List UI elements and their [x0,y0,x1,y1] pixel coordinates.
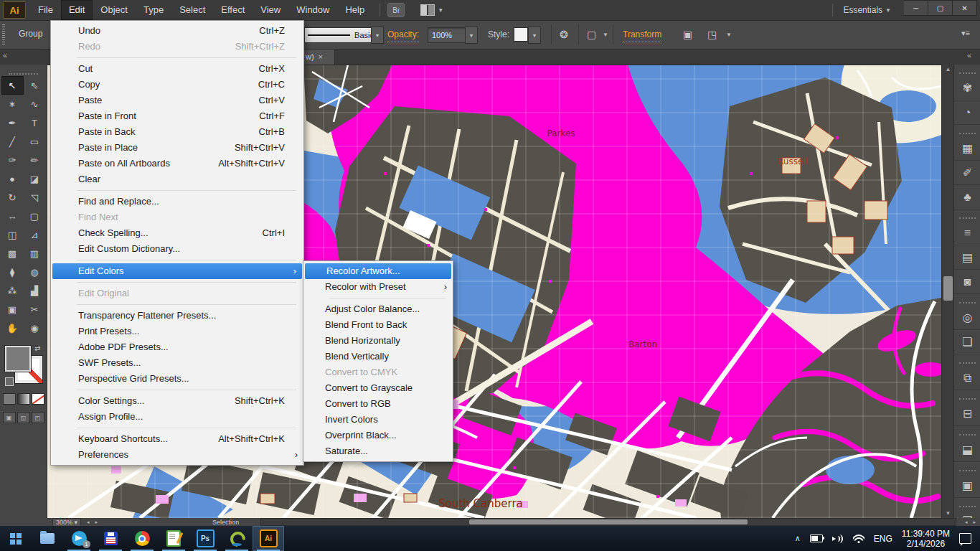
menu-item-perspective-grid-presets[interactable]: Perspective Grid Presets... [51,371,303,387]
style-dropdown[interactable]: ▼ [528,27,541,44]
swirl-app[interactable] [221,526,253,551]
submenu-item-invert-colors[interactable]: Invert Colors [303,412,453,428]
lasso-tool[interactable]: ∿ [24,95,46,113]
menu-item-keyboard-shortcuts[interactable]: Keyboard Shortcuts...Alt+Shift+Ctrl+K [51,431,303,447]
tab-close-icon[interactable]: × [319,52,323,61]
artboard-tool[interactable]: ▣ [1,300,24,319]
photoshop[interactable]: Ps [189,526,221,551]
stroke-panel-icon[interactable]: ≡ [954,221,980,245]
column-graph-tool[interactable]: ▟ [24,281,46,300]
pathfinder-panel-icon[interactable]: ⬓ [954,438,980,462]
chevron-down-icon[interactable]: ▼ [603,27,608,42]
blob-brush-tool[interactable]: ● [1,169,24,188]
select-similar-icon[interactable]: ▢ [587,27,596,42]
draw-inside-button[interactable]: ◰ [32,412,44,423]
hand-tool[interactable]: ✋ [1,319,24,337]
stroke-profile-field[interactable]: Basic [304,27,377,43]
opacity-dropdown[interactable]: ▼ [465,27,478,44]
eraser-tool[interactable]: ◪ [24,169,46,188]
control-panel-menu-icon[interactable]: ▾≡ [961,29,970,38]
dock-group-grip[interactable] [959,464,976,471]
collapse-dock-icon[interactable]: « [967,51,971,60]
dock-group-grip[interactable] [959,357,976,364]
battery-icon[interactable] [810,534,823,542]
menu-item-swf-presets[interactable]: SWF Presets... [51,355,303,371]
illustrator[interactable]: Ai [253,526,284,551]
horizontal-scroll-thumb[interactable] [469,519,747,524]
transform-link[interactable]: Transform [623,27,661,42]
recolor-artwork-icon[interactable]: ❂ [560,27,568,42]
menu-item-cut[interactable]: CutCtrl+X [51,61,303,77]
menu-item-edit-custom-dictionary[interactable]: Edit Custom Dictionary... [51,241,303,257]
line-segment-tool[interactable]: ╱ [1,132,24,151]
chevron-down-icon[interactable]: ▼ [726,27,732,42]
draw-behind-button[interactable]: ◱ [17,412,30,423]
menu-item-paste-in-front[interactable]: Paste in FrontCtrl+F [51,108,303,124]
volume-icon[interactable] [832,534,844,543]
stroke-profile-dropdown[interactable]: ▼ [371,27,384,44]
dock-group-grip[interactable] [959,67,976,74]
rotate-tool[interactable]: ↻ [1,188,24,207]
menu-item-paste-on-all-artboards[interactable]: Paste on All ArtboardsAlt+Shift+Ctrl+V [51,156,303,171]
menu-item-transparency-flattener-presets[interactable]: Transparency Flattener Presets... [51,308,303,324]
artboard-next-icon[interactable]: ▸ [95,519,98,525]
align-panel-icon[interactable]: ⊟ [954,402,980,426]
color-guide-panel-icon[interactable]: ◔ [954,100,980,125]
transparency-panel-icon[interactable]: ◙ [954,270,980,294]
graphic-styles-panel-icon[interactable]: ❏ [954,330,980,354]
symbol-sprayer-tool[interactable]: ⁂ [1,281,24,300]
selection-tool[interactable]: ↖ [1,76,24,95]
floppy-tool[interactable] [95,526,126,551]
menu-item-adobe-pdf-presets[interactable]: Adobe PDF Presets... [51,339,303,355]
free-transform-tool[interactable]: ▢ [24,207,46,225]
pencil-tool[interactable]: ✏ [24,151,46,169]
submenu-item-adjust-color-balance[interactable]: Adjust Color Balance... [303,301,453,317]
scroll-down-icon[interactable]: ▼ [942,510,954,517]
color-panel-icon[interactable]: ✾ [954,76,980,100]
start-button[interactable] [0,526,32,551]
gradient-tool[interactable]: ▥ [24,244,46,263]
type-tool[interactable]: T [24,113,46,132]
menu-type[interactable]: Type [136,0,171,20]
menu-item-check-spelling[interactable]: Check Spelling...Ctrl+I [51,225,303,241]
paintbrush-tool[interactable]: ✑ [1,151,24,169]
dock-group-grip[interactable] [959,212,976,219]
default-fill-stroke-icon[interactable] [5,377,14,386]
menu-item-paste[interactable]: PasteCtrl+V [51,93,303,108]
vertical-scroll-thumb[interactable] [943,276,953,301]
symbols-panel-icon[interactable]: ♣ [954,185,980,209]
swap-fill-stroke-icon[interactable]: ⇄ [34,344,40,352]
zoom-level-field[interactable]: 300% ▾ [52,518,81,527]
menu-item-copy[interactable]: CopyCtrl+C [51,77,303,93]
notepad-plus-plus[interactable] [158,526,189,551]
taskbar-clock[interactable]: 11:39:40 PM 2/14/2026 [902,529,950,549]
wifi-icon[interactable] [853,534,864,543]
none-button[interactable] [32,393,44,405]
shape-builder-tool[interactable]: ◫ [1,225,24,244]
chrome[interactable] [126,526,158,551]
submenu-item-blend-vertically[interactable]: Blend Vertically [303,349,453,364]
zoom-tool[interactable]: ◉ [24,319,46,337]
toolbox-grip[interactable] [9,66,38,75]
dock-group-grip[interactable] [959,127,976,134]
action-center-icon[interactable] [959,533,971,544]
rectangle-tool[interactable]: ▭ [24,132,46,151]
scroll-up-icon[interactable]: ▲ [942,66,954,72]
dock-group-grip[interactable] [959,296,976,303]
gradient-button[interactable] [17,393,30,405]
gradient-panel-icon[interactable]: ▤ [954,245,980,270]
magic-wand-tool[interactable]: ✶ [1,95,24,113]
constrain-proportions-icon[interactable]: ▣ [683,27,692,42]
eyedropper-tool[interactable]: ⧫ [1,263,24,281]
scroll-left-icon[interactable]: ◂ [965,519,968,525]
menu-item-assign-profile[interactable]: Assign Profile... [51,409,303,425]
submenu-item-recolor-artwork[interactable]: Recolor Artwork... [305,263,451,279]
scroll-right-icon[interactable]: ▸ [973,519,976,525]
close-button[interactable]: ✕ [953,0,977,16]
minimize-button[interactable]: ─ [904,0,928,16]
file-explorer[interactable] [32,526,63,551]
submenu-item-blend-horizontally[interactable]: Blend Horizontally [303,333,453,349]
mesh-tool[interactable]: ▩ [1,244,24,263]
pen-tool[interactable]: ✒ [1,113,24,132]
menu-item-print-presets[interactable]: Print Presets... [51,324,303,339]
